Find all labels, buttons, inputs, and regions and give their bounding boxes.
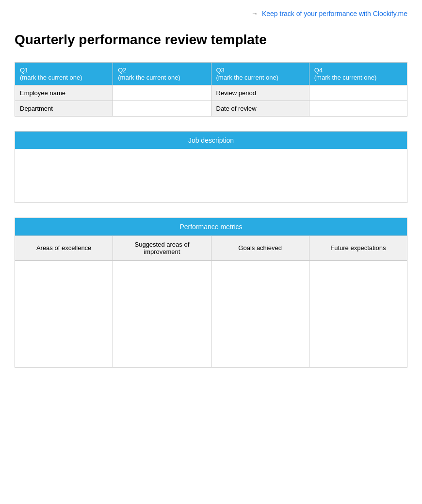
metrics-col-headers: Areas of excellence Suggested areas of i…: [15, 235, 407, 260]
employee-name-label: Employee name: [15, 85, 113, 101]
job-description-table: Job description: [15, 131, 407, 203]
department-value[interactable]: [113, 101, 211, 117]
expectations-cell[interactable]: [309, 260, 407, 367]
review-period-label: Review period: [211, 85, 309, 101]
page-title: Quarterly performance review template: [15, 32, 407, 48]
top-link-container: → Keep track of your performance with Cl…: [15, 10, 407, 17]
date-of-review-value[interactable]: [309, 101, 407, 117]
col-header-goals: Goals achieved: [211, 235, 309, 260]
quarter-table: Q1(mark the current one) Q2(mark the cur…: [15, 62, 407, 117]
arrow-icon: →: [251, 10, 258, 17]
metrics-data-row: [15, 260, 407, 367]
col-header-excellence: Areas of excellence: [15, 235, 113, 260]
employee-name-value[interactable]: [113, 85, 211, 101]
performance-metrics-table: Performance metrics Areas of excellence …: [15, 218, 407, 368]
excellence-cell[interactable]: [15, 260, 113, 367]
q3-header: Q3(mark the current one): [211, 63, 309, 85]
col-header-improvement: Suggested areas of improvement: [113, 235, 211, 260]
department-row: Department Date of review: [15, 101, 407, 117]
q2-header: Q2(mark the current one): [113, 63, 211, 85]
job-desc-body-row: [15, 149, 407, 202]
col-header-expectations: Future expectations: [309, 235, 407, 260]
q4-header: Q4(mark the current one): [309, 63, 407, 85]
review-period-value[interactable]: [309, 85, 407, 101]
employee-row: Employee name Review period: [15, 85, 407, 101]
department-label: Department: [15, 101, 113, 117]
clockify-link[interactable]: Keep track of your performance with Cloc…: [262, 10, 407, 17]
q1-header: Q1(mark the current one): [15, 63, 113, 85]
performance-metrics-header: Performance metrics: [15, 218, 407, 235]
improvement-cell[interactable]: [113, 260, 211, 367]
job-desc-header-row: Job description: [15, 132, 407, 150]
date-of-review-label: Date of review: [211, 101, 309, 117]
quarter-header-row: Q1(mark the current one) Q2(mark the cur…: [15, 63, 407, 85]
metrics-header-row: Performance metrics: [15, 218, 407, 235]
job-description-header: Job description: [15, 132, 407, 150]
job-description-body[interactable]: [15, 149, 407, 202]
goals-cell[interactable]: [211, 260, 309, 367]
